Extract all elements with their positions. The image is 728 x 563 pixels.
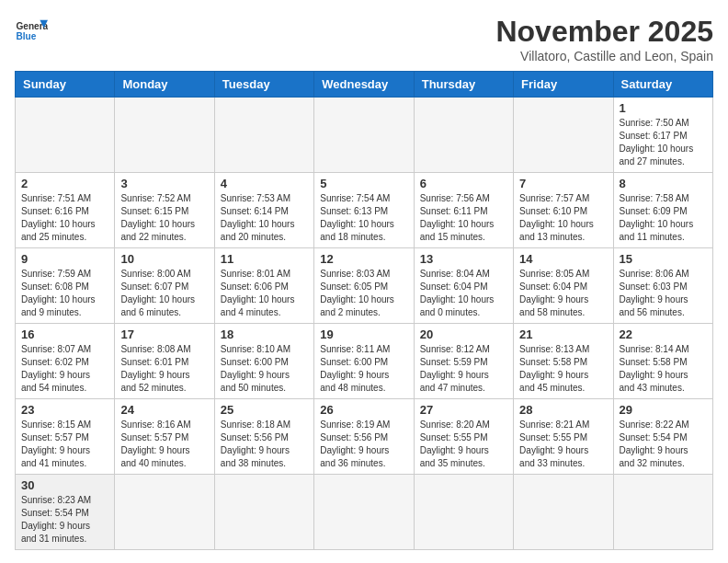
day-info: Sunrise: 8:05 AM Sunset: 6:04 PM Dayligh… [519, 268, 607, 319]
day-info: Sunrise: 7:50 AM Sunset: 6:17 PM Dayligh… [620, 117, 707, 168]
logo: General Blue [15, 15, 48, 48]
calendar-cell: 23Sunrise: 8:15 AM Sunset: 5:57 PM Dayli… [16, 399, 115, 475]
calendar-cell: 5Sunrise: 7:54 AM Sunset: 6:13 PM Daylig… [314, 173, 414, 248]
calendar-week-row: 9Sunrise: 7:59 AM Sunset: 6:08 PM Daylig… [16, 248, 713, 324]
calendar-cell [314, 98, 414, 173]
day-info: Sunrise: 8:15 AM Sunset: 5:57 PM Dayligh… [21, 419, 108, 470]
day-number: 23 [21, 403, 108, 417]
calendar-cell: 25Sunrise: 8:18 AM Sunset: 5:56 PM Dayli… [214, 399, 313, 475]
day-info: Sunrise: 8:18 AM Sunset: 5:56 PM Dayligh… [221, 419, 308, 470]
day-info: Sunrise: 8:11 AM Sunset: 6:00 PM Dayligh… [320, 343, 407, 395]
calendar-cell: 6Sunrise: 7:56 AM Sunset: 6:11 PM Daylig… [414, 173, 513, 248]
calendar-cell [16, 98, 115, 173]
day-number: 27 [420, 403, 507, 417]
page-header: General Blue November 2025 Villatoro, Ca… [15, 15, 713, 63]
calendar-title: November 2025 [495, 15, 713, 49]
day-number: 4 [221, 177, 308, 190]
calendar-cell [314, 475, 414, 550]
day-info: Sunrise: 8:08 AM Sunset: 6:01 PM Dayligh… [120, 343, 208, 395]
calendar-cell [514, 98, 613, 173]
day-info: Sunrise: 8:01 AM Sunset: 6:06 PM Dayligh… [221, 268, 308, 319]
day-info: Sunrise: 8:16 AM Sunset: 5:57 PM Dayligh… [120, 419, 208, 470]
day-number: 20 [420, 327, 507, 341]
day-info: Sunrise: 8:06 AM Sunset: 6:03 PM Dayligh… [620, 268, 707, 319]
calendar-week-row: 16Sunrise: 8:07 AM Sunset: 6:02 PM Dayli… [16, 324, 713, 399]
day-info: Sunrise: 7:59 AM Sunset: 6:08 PM Dayligh… [21, 268, 108, 319]
calendar-cell: 18Sunrise: 8:10 AM Sunset: 6:00 PM Dayli… [214, 324, 313, 399]
calendar-cell: 10Sunrise: 8:00 AM Sunset: 6:07 PM Dayli… [115, 248, 214, 324]
calendar-cell: 8Sunrise: 7:58 AM Sunset: 6:09 PM Daylig… [613, 173, 712, 248]
day-info: Sunrise: 7:56 AM Sunset: 6:11 PM Dayligh… [420, 192, 507, 244]
day-info: Sunrise: 8:04 AM Sunset: 6:04 PM Dayligh… [420, 268, 507, 319]
day-info: Sunrise: 8:14 AM Sunset: 5:58 PM Dayligh… [620, 343, 707, 395]
day-info: Sunrise: 7:52 AM Sunset: 6:15 PM Dayligh… [120, 192, 208, 244]
calendar-cell [414, 98, 513, 173]
day-number: 12 [320, 252, 407, 266]
day-number: 22 [620, 327, 707, 341]
day-info: Sunrise: 8:21 AM Sunset: 5:55 PM Dayligh… [519, 419, 607, 470]
day-number: 21 [519, 327, 607, 341]
calendar-week-row: 2Sunrise: 7:51 AM Sunset: 6:16 PM Daylig… [16, 173, 713, 248]
calendar-cell [214, 475, 313, 550]
calendar-cell [115, 475, 214, 550]
calendar-cell: 19Sunrise: 8:11 AM Sunset: 6:00 PM Dayli… [314, 324, 414, 399]
day-number: 25 [221, 403, 308, 417]
day-info: Sunrise: 8:22 AM Sunset: 5:54 PM Dayligh… [620, 419, 707, 470]
calendar-week-row: 23Sunrise: 8:15 AM Sunset: 5:57 PM Dayli… [16, 399, 713, 475]
day-number: 19 [320, 327, 407, 341]
calendar-cell: 17Sunrise: 8:08 AM Sunset: 6:01 PM Dayli… [115, 324, 214, 399]
weekday-header-friday: Friday [514, 72, 613, 98]
calendar-cell: 11Sunrise: 8:01 AM Sunset: 6:06 PM Dayli… [214, 248, 313, 324]
day-info: Sunrise: 7:57 AM Sunset: 6:10 PM Dayligh… [519, 192, 607, 244]
day-number: 13 [420, 252, 507, 266]
day-number: 16 [21, 327, 108, 341]
day-number: 1 [620, 101, 707, 115]
day-number: 30 [21, 478, 108, 492]
day-info: Sunrise: 8:19 AM Sunset: 5:56 PM Dayligh… [320, 419, 407, 470]
day-info: Sunrise: 8:07 AM Sunset: 6:02 PM Dayligh… [21, 343, 108, 395]
weekday-header-wednesday: Wednesday [314, 72, 414, 98]
calendar-cell: 24Sunrise: 8:16 AM Sunset: 5:57 PM Dayli… [115, 399, 214, 475]
day-number: 7 [519, 177, 607, 190]
day-number: 2 [21, 177, 108, 190]
day-number: 15 [620, 252, 707, 266]
calendar-cell: 29Sunrise: 8:22 AM Sunset: 5:54 PM Dayli… [613, 399, 712, 475]
weekday-header-tuesday: Tuesday [214, 72, 313, 98]
day-number: 28 [519, 403, 607, 417]
calendar-cell: 30Sunrise: 8:23 AM Sunset: 5:54 PM Dayli… [16, 475, 115, 550]
calendar-cell: 22Sunrise: 8:14 AM Sunset: 5:58 PM Dayli… [613, 324, 712, 399]
weekday-header-sunday: Sunday [16, 72, 115, 98]
day-number: 14 [519, 252, 607, 266]
day-info: Sunrise: 8:10 AM Sunset: 6:00 PM Dayligh… [221, 343, 308, 395]
day-number: 3 [120, 177, 208, 190]
day-number: 6 [420, 177, 507, 190]
day-info: Sunrise: 7:54 AM Sunset: 6:13 PM Dayligh… [320, 192, 407, 244]
weekday-header-monday: Monday [115, 72, 214, 98]
calendar-cell [613, 475, 712, 550]
day-info: Sunrise: 8:12 AM Sunset: 5:59 PM Dayligh… [420, 343, 507, 395]
day-info: Sunrise: 8:03 AM Sunset: 6:05 PM Dayligh… [320, 268, 407, 319]
calendar-cell: 9Sunrise: 7:59 AM Sunset: 6:08 PM Daylig… [16, 248, 115, 324]
day-info: Sunrise: 7:58 AM Sunset: 6:09 PM Dayligh… [620, 192, 707, 244]
weekday-header-thursday: Thursday [414, 72, 513, 98]
calendar-cell: 26Sunrise: 8:19 AM Sunset: 5:56 PM Dayli… [314, 399, 414, 475]
day-number: 5 [320, 177, 407, 190]
calendar-cell [214, 98, 313, 173]
calendar-cell: 13Sunrise: 8:04 AM Sunset: 6:04 PM Dayli… [414, 248, 513, 324]
svg-text:Blue: Blue [16, 31, 36, 41]
calendar-week-row: 30Sunrise: 8:23 AM Sunset: 5:54 PM Dayli… [16, 475, 713, 550]
calendar-cell: 21Sunrise: 8:13 AM Sunset: 5:58 PM Dayli… [514, 324, 613, 399]
weekday-header-saturday: Saturday [613, 72, 712, 98]
day-number: 9 [21, 252, 108, 266]
day-info: Sunrise: 7:51 AM Sunset: 6:16 PM Dayligh… [21, 192, 108, 244]
calendar-cell: 2Sunrise: 7:51 AM Sunset: 6:16 PM Daylig… [16, 173, 115, 248]
calendar-cell [414, 475, 513, 550]
title-area: November 2025 Villatoro, Castille and Le… [495, 15, 713, 63]
day-info: Sunrise: 8:00 AM Sunset: 6:07 PM Dayligh… [120, 268, 208, 319]
calendar-cell: 1Sunrise: 7:50 AM Sunset: 6:17 PM Daylig… [613, 98, 712, 173]
logo-icon: General Blue [15, 15, 48, 48]
calendar-cell: 15Sunrise: 8:06 AM Sunset: 6:03 PM Dayli… [613, 248, 712, 324]
calendar-week-row: 1Sunrise: 7:50 AM Sunset: 6:17 PM Daylig… [16, 98, 713, 173]
day-number: 29 [620, 403, 707, 417]
day-info: Sunrise: 8:20 AM Sunset: 5:55 PM Dayligh… [420, 419, 507, 470]
